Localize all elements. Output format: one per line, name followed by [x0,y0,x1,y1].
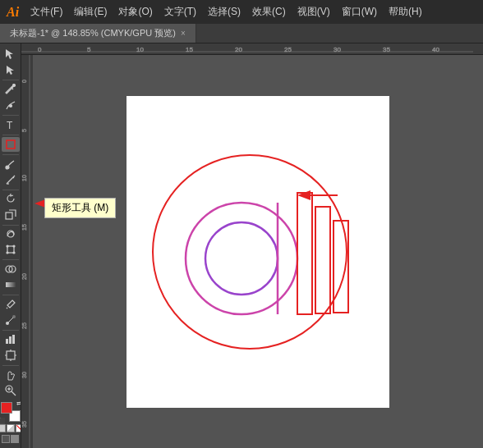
toolbar-separator-3 [2,135,19,135]
app-logo: Ai [7,5,19,20]
direct-selection-tool[interactable] [2,62,20,77]
svg-point-57 [205,222,278,295]
svg-text:T: T [7,120,13,130]
zoom-tool[interactable] [2,383,20,398]
svg-rect-23 [9,336,12,344]
gradient-tool[interactable] [2,277,20,292]
shape-builder-tool[interactable] [2,262,20,277]
svg-text:15: 15 [21,224,27,231]
toolbar-separator-8 [2,295,19,295]
selection-tool[interactable] [2,47,20,62]
svg-text:25: 25 [284,46,292,53]
reset-colors-icon[interactable]: ⬛ [0,418,6,424]
main-layout: T [0,43,483,448]
svg-point-3 [9,104,12,107]
menu-effect[interactable]: 效果(C) [247,3,291,21]
tab-label: 未标题-1* @ 148.85% (CMYK/GPU 预览) [10,27,176,39]
svg-text:20: 20 [235,46,242,53]
menu-object[interactable]: 对象(O) [113,3,157,21]
normal-screen-mode[interactable] [2,435,10,443]
title-bar: Ai 文件(F) 编辑(E) 对象(O) 文字(T) 选择(S) 效果(C) 视… [0,0,483,24]
logo-graphic [143,137,373,367]
svg-text:25: 25 [21,322,27,329]
none-mode-icon[interactable] [16,424,22,432]
menu-file[interactable]: 文件(F) [25,3,67,21]
toolbar-separator-2 [2,115,19,116]
bar-graph-tool[interactable] [2,332,20,347]
tab-close-button[interactable]: × [181,29,186,38]
eyedropper-tool[interactable] [2,297,20,312]
warp-tool[interactable] [2,226,20,241]
svg-rect-25 [7,351,15,359]
tab-bar: 未标题-1* @ 148.85% (CMYK/GPU 预览) × [0,24,483,43]
svg-rect-45 [21,55,33,448]
svg-point-13 [7,252,8,254]
svg-rect-10 [7,246,14,253]
color-mode-icon[interactable] [0,424,6,432]
toolbar-separator-10 [2,365,19,366]
svg-text:35: 35 [21,421,27,427]
svg-rect-59 [297,193,312,314]
svg-text:35: 35 [383,46,390,53]
gradient-mode-icon[interactable] [7,424,15,432]
svg-text:20: 20 [21,273,27,280]
scale-tool[interactable] [2,207,20,222]
menu-window[interactable]: 窗口(W) [337,3,382,21]
ruler-vertical: 0 5 10 15 20 25 30 35 [21,55,33,448]
svg-rect-22 [6,339,8,344]
rectangle-tool[interactable] [2,137,20,152]
svg-point-12 [13,245,15,247]
fill-color-box[interactable] [1,402,12,414]
free-transform-tool[interactable] [2,242,20,257]
full-screen-mode[interactable] [11,435,19,443]
toolbar-separator-6 [2,225,19,226]
pen-tool[interactable] [2,82,20,97]
svg-rect-24 [12,335,15,344]
svg-point-11 [7,245,8,247]
svg-text:5: 5 [87,46,91,53]
svg-marker-1 [7,66,14,75]
menu-view[interactable]: 视图(V) [292,3,335,21]
paintbrush-tool[interactable] [2,157,20,171]
color-section: ⬛ ⇄ [0,399,21,445]
menu-help[interactable]: 帮助(H) [384,3,427,21]
svg-line-31 [12,391,16,395]
svg-rect-8 [6,213,12,219]
svg-text:5: 5 [21,129,27,132]
blend-tool[interactable] [2,313,20,327]
svg-point-2 [12,84,15,86]
svg-text:10: 10 [21,175,27,181]
rotate-tool[interactable] [2,191,20,206]
toolbar-separator-1 [2,80,19,80]
svg-text:0: 0 [21,80,27,83]
menu-edit[interactable]: 编辑(E) [69,3,112,21]
svg-rect-17 [6,282,16,287]
svg-text:10: 10 [136,46,144,53]
svg-point-6 [6,166,9,169]
toolbar-separator-9 [2,330,19,331]
ruler-horizontal: 0 5 10 15 20 25 30 35 40 [21,43,483,55]
canvas-content [33,55,483,448]
svg-line-21 [8,318,13,322]
svg-text:30: 30 [334,46,341,53]
hand-tool[interactable] [2,368,20,382]
pencil-tool[interactable] [2,172,20,187]
svg-line-18 [7,308,7,309]
menu-select[interactable]: 选择(S) [203,3,246,21]
artboard-tool[interactable] [2,348,20,363]
document-tab[interactable]: 未标题-1* @ 148.85% (CMYK/GPU 预览) × [0,24,196,43]
svg-rect-5 [7,140,15,149]
menu-text[interactable]: 文字(T) [159,3,201,21]
svg-marker-0 [6,49,13,59]
svg-point-56 [186,203,297,314]
curvature-tool[interactable] [2,98,20,112]
svg-rect-60 [315,207,330,313]
left-toolbar: T [0,43,21,448]
toolbar-separator-5 [2,190,19,190]
toolbar-separator-7 [2,259,19,260]
canvas-area[interactable]: 0 5 10 15 20 25 30 35 40 0 5 [21,43,483,448]
svg-text:0: 0 [38,46,42,53]
svg-point-55 [153,155,347,349]
type-tool[interactable]: T [2,117,20,132]
artboard[interactable] [126,96,389,408]
